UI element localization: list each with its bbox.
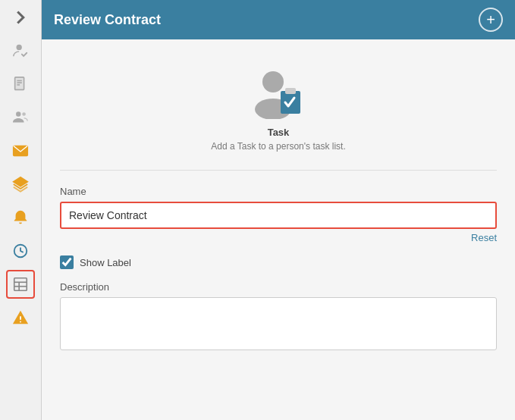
task-type-description: Add a Task to a person's task list. [211,141,346,152]
sidebar-item-mail[interactable] [6,136,35,165]
name-input[interactable] [60,202,497,229]
svg-point-16 [262,71,284,92]
sidebar [0,0,42,420]
svg-point-5 [16,111,20,116]
main-panel: Review Contract + Task Add a Task to a p… [42,0,515,420]
reset-link[interactable]: Reset [60,232,497,243]
header: Review Contract + [42,0,515,39]
sidebar-item-clock[interactable] [6,237,35,265]
svg-rect-10 [14,278,27,291]
sidebar-item-form[interactable] [6,270,35,299]
task-icon-section: Task Add a Task to a person's task list. [60,55,497,170]
svg-point-15 [20,321,21,323]
content-area: Task Add a Task to a person's task list.… [42,39,515,420]
sidebar-item-people[interactable] [6,103,35,132]
show-label-checkbox[interactable] [60,255,74,269]
sidebar-item-tasks-assigned[interactable] [6,36,35,65]
svg-point-6 [22,112,26,116]
description-label: Description [60,281,497,293]
svg-rect-19 [285,88,296,94]
svg-point-0 [17,45,22,50]
show-label-row: Show Label [60,255,497,269]
divider [60,170,497,171]
sidebar-item-documents[interactable] [6,70,35,99]
sidebar-item-warning[interactable] [6,303,35,332]
sidebar-toggle-button[interactable] [9,6,32,29]
name-field-label: Name [60,186,497,197]
sidebar-item-bell[interactable] [6,203,35,232]
add-button[interactable]: + [479,8,503,32]
task-type-label: Task [268,127,290,138]
description-textarea[interactable] [60,297,497,350]
sidebar-item-layers[interactable] [6,170,35,199]
page-title: Review Contract [54,12,161,28]
show-label-text: Show Label [80,257,131,268]
task-icon [252,70,305,119]
svg-rect-1 [15,77,24,90]
